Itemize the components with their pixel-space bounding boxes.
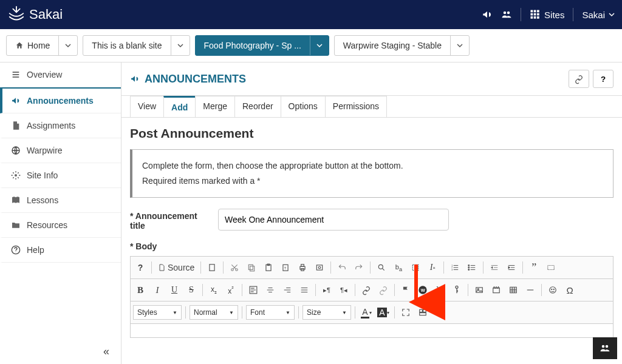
announce-toggle[interactable] [482,9,493,20]
rte-cart-button[interactable] [431,281,448,298]
rte-numbered-list-button[interactable]: 123 [446,259,463,276]
rte-ltr-button[interactable]: ▸¶ [318,281,335,298]
svg-rect-44 [510,288,517,293]
site-tab-blank[interactable]: This is a blank site [83,35,190,56]
sidebar-item-warpwire[interactable]: Warpwire [0,138,121,163]
rte-print-button[interactable] [294,259,311,276]
rte-source-button[interactable]: Source [154,259,198,276]
sidebar-item-announcements[interactable]: Announcements [0,87,121,113]
rte-table-button[interactable] [505,281,522,298]
sakai-logo-icon [7,5,26,24]
tab-add[interactable]: Add [163,96,196,117]
rte-italic-button[interactable]: I [149,281,166,298]
sidebar-item-label: Warpwire [27,146,63,155]
rte-rtl-button[interactable]: ¶◂ [335,281,352,298]
rte-size-select[interactable]: Size▼ [302,305,351,320]
rte-newpage-button[interactable] [203,259,220,276]
rte-align-justify-button[interactable] [296,281,313,298]
divider [521,8,521,21]
tool-actions: ? [569,70,613,88]
svg-rect-6 [531,16,533,19]
sidebar-item-help[interactable]: Help [0,238,121,263]
brand[interactable]: Sakai [7,5,63,24]
rte-outdent-button[interactable] [486,259,503,276]
rte-bold-button[interactable]: B [132,281,149,298]
blank-chevron[interactable] [171,36,190,55]
rte-image-button[interactable] [471,281,488,298]
tab-merge[interactable]: Merge [195,96,235,117]
tab-reorder[interactable]: Reorder [234,96,281,117]
tab-options[interactable]: Options [281,96,326,117]
rte-preview-button[interactable] [311,259,328,276]
rte-textcolor-button[interactable]: A ▾ [358,304,375,321]
rte-warpwire-button[interactable]: W [414,281,431,298]
svg-rect-12 [210,265,214,271]
sidebar-item-assignments[interactable]: Assignments [0,113,121,138]
rte-align-left-button[interactable] [245,281,262,298]
sidebar-item-lessons[interactable]: Lessons [0,188,121,213]
svg-rect-49 [423,310,426,312]
rte-paste-button[interactable] [260,259,277,276]
rte-removeformat-button[interactable]: I× [424,259,441,276]
rte-editing-area[interactable] [131,324,613,337]
rte-bullet-list-button[interactable] [463,259,480,276]
rte-specialchar-button[interactable]: Ω [561,281,578,298]
svg-point-45 [550,287,556,294]
rte-superscript-button[interactable]: x² [222,281,239,298]
rte-font-select[interactable]: Font▼ [246,305,295,320]
announcement-title-input[interactable] [218,209,449,231]
rte-maximize-button[interactable] [397,304,414,321]
warpwire-chevron[interactable] [450,36,469,55]
sites-button[interactable]: Sites [530,9,564,20]
rte-blockquote-button[interactable]: ” [525,259,542,276]
help-button[interactable]: ? [593,70,613,88]
sidebar-item-resources[interactable]: Resources [0,213,121,238]
rte-hr-button[interactable] [522,281,539,298]
rte-paste-text-button[interactable]: T [277,259,294,276]
permalink-button[interactable] [569,70,589,88]
rte-link-button[interactable] [358,281,375,298]
rte-anchor-button[interactable] [397,281,414,298]
user-menu[interactable]: Sakai [582,10,615,20]
rte-help-button[interactable]: ? [132,259,149,276]
floating-users-button[interactable] [593,337,617,359]
sidebar-collapse-handle[interactable]: « [103,345,109,358]
site-tab-warpwire[interactable]: Warpwire Staging - Stable [334,35,470,56]
rte-movie-button[interactable] [488,281,505,298]
content: ANNOUNCEMENTS ? View Add Merge Reorder O… [121,62,622,364]
food-chevron[interactable] [310,36,329,55]
rte-templates-button[interactable] [448,281,465,298]
rte-styles-select[interactable]: Styles▼ [133,305,182,320]
rte-cut-button[interactable] [226,259,243,276]
flag-icon [402,286,410,294]
rte-align-center-button[interactable] [262,281,279,298]
rte-replace-button[interactable]: ba [390,259,407,276]
rte-bgcolor-button[interactable]: A ▾ [375,304,392,321]
users-toggle[interactable] [501,9,512,20]
rte-underline-button[interactable]: U [166,281,183,298]
rte-format-select[interactable]: Normal▼ [190,305,238,320]
tab-view[interactable]: View [130,96,164,117]
rte-strike-button[interactable]: S [183,281,200,298]
rte-selectall-button[interactable] [407,259,424,276]
rte-codesnippet-button[interactable] [542,259,559,276]
home-chevron[interactable] [58,36,77,55]
svg-text:T: T [284,266,287,270]
sidebar-item-site-info[interactable]: Site Info [0,163,121,188]
rte-find-button[interactable] [373,259,390,276]
search-icon [377,263,386,272]
sidebar-item-overview[interactable]: Overview [0,62,121,87]
site-tab-home[interactable]: Home [6,35,78,56]
site-tab-food-photography[interactable]: Food Photography - Sp ... [195,35,329,56]
rte-unlink-button[interactable] [375,281,392,298]
rte-subscript-button[interactable]: x₂ [205,281,222,298]
rte-indent-button[interactable] [503,259,520,276]
tab-permissions[interactable]: Permissions [325,96,387,117]
rte-align-right-button[interactable] [279,281,296,298]
rte-redo-button[interactable] [350,259,367,276]
rte-copy-button[interactable] [243,259,260,276]
smiley-icon [549,286,557,294]
rte-emoji-button[interactable] [544,281,561,298]
rte-showblocks-button[interactable] [414,304,431,321]
rte-undo-button[interactable] [333,259,350,276]
